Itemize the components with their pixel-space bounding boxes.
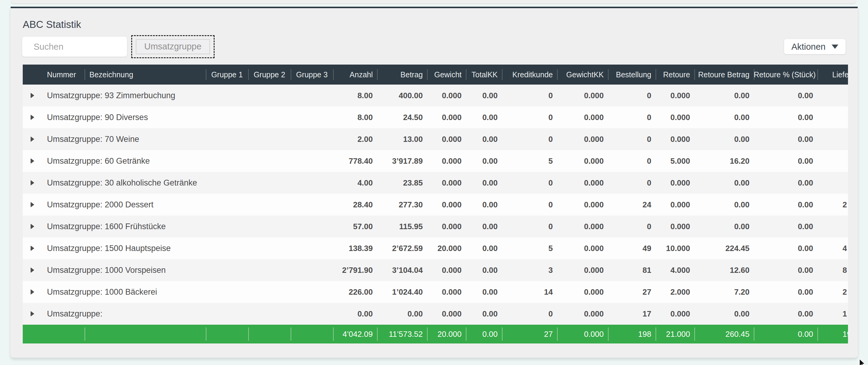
cell-betrag: 23.85 [377,172,427,194]
group-label: Umsatzgruppe: 60 Getränke [42,150,333,172]
cell-bestellung: 24 [608,194,655,216]
page: { "window": { "title": "ABC Statistik" }… [0,0,868,365]
totals-cell-anzahl: 4’042.09 [333,325,377,343]
cell-betrag: 2’672.59 [377,237,427,259]
cell-liefer_clipped [817,216,848,237]
expand-icon[interactable] [31,93,34,98]
cell-kreditkunde: 0 [502,216,557,237]
group-row[interactable]: Umsatzgruppe:0.000.000.0000.0000.000170.… [23,303,848,325]
expander-cell [23,85,42,107]
cell-totalkk: 0.00 [466,259,502,281]
cell-anzahl: 8.00 [333,107,377,128]
cell-retoure: 0.000 [655,194,694,216]
expand-icon[interactable] [31,246,34,251]
column-header-retoure_prozent[interactable]: Retoure % (Stück) [754,65,817,85]
column-header-nummer[interactable]: Nummer [42,65,85,85]
totals-cell-bestellung: 198 [608,325,655,343]
column-header-bezeichnung[interactable]: Bezeichnung [85,65,206,85]
totals-row: 4’042.0911’573.5220.0000.00270.00019821.… [23,325,848,343]
expander-cell [23,237,42,259]
group-row[interactable]: Umsatzgruppe: 1600 Frühstücke57.00115.95… [23,216,848,237]
cell-anzahl: 2’791.90 [333,259,377,281]
expand-icon[interactable] [31,115,34,120]
actions-button-label: Aktionen [791,42,826,52]
column-header-gewichtkk[interactable]: GewichtKK [557,65,608,85]
cell-gewicht: 0.000 [427,150,466,172]
cell-gewichtkk: 0.000 [557,259,608,281]
group-row[interactable]: Umsatzgruppe: 93 Zimmerbuchung8.00400.00… [23,85,848,107]
column-header-retoure[interactable]: Retoure [655,65,694,85]
cell-retoure_betrag: 0.00 [694,85,754,107]
expand-icon[interactable] [31,311,34,316]
cell-kreditkunde: 0 [502,172,557,194]
cell-retoure_prozent: 0.00 [754,237,817,259]
cell-retoure_prozent: 0.00 [754,216,817,237]
group-chip-umsatzgruppe[interactable]: Umsatzgruppe [136,39,210,54]
cell-retoure: 2.000 [655,281,694,303]
expand-icon[interactable] [31,180,34,185]
cell-kreditkunde: 3 [502,259,557,281]
cell-gewicht: 0.000 [427,216,466,237]
column-header-anzahl[interactable]: Anzahl [333,65,377,85]
expander-cell [23,150,42,172]
column-header-totalkk[interactable]: TotalKK [466,65,502,85]
cell-anzahl: 57.00 [333,216,377,237]
column-header-bestellung[interactable]: Bestellung [608,65,655,85]
column-header-kreditkunde[interactable]: Kreditkunde [502,65,557,85]
cell-retoure_betrag: 0.00 [694,303,754,325]
cell-totalkk: 0.00 [466,85,502,107]
expand-icon[interactable] [31,267,34,273]
cell-gewichtkk: 0.000 [557,150,608,172]
cell-betrag: 3’917.89 [377,150,427,172]
totals-cell-bezeichnung [85,325,206,343]
totals-cell-gewicht: 20.000 [427,325,466,343]
cell-retoure_betrag: 16.20 [694,150,754,172]
group-row[interactable]: Umsatzgruppe: 2000 Dessert28.40277.300.0… [23,194,848,216]
cell-gewicht: 0.000 [427,259,466,281]
cell-gewichtkk: 0.000 [557,216,608,237]
column-header-gruppe3[interactable]: Gruppe 3 [291,65,333,85]
cell-retoure_betrag: 0.00 [694,107,754,128]
search-input[interactable] [22,37,127,57]
cell-retoure_prozent: 0.00 [754,150,817,172]
totals-cell-gruppe3 [291,325,333,343]
group-row[interactable]: Umsatzgruppe: 1500 Hauptspeise138.392’67… [23,237,848,259]
table-header-row: NummerBezeichnungGruppe 1Gruppe 2Gruppe … [23,65,848,85]
cell-liefer_clipped: 4 [817,237,848,259]
group-row[interactable]: Umsatzgruppe: 90 Diverses8.0024.500.0000… [23,107,848,128]
column-header-gruppe2[interactable]: Gruppe 2 [248,65,291,85]
cell-liefer_clipped: 8 [817,259,848,281]
group-row[interactable]: Umsatzgruppe: 30 alkoholische Getränke4.… [23,172,848,194]
column-header-retoure_betrag[interactable]: Retoure Betrag [694,65,754,85]
totals-cell-retoure_prozent: 0.00 [754,325,817,343]
cell-anzahl: 226.00 [333,281,377,303]
cell-totalkk: 0.00 [466,172,502,194]
expand-icon[interactable] [31,136,34,142]
expand-icon[interactable] [31,224,34,229]
totals-cell-betrag: 11’573.52 [377,325,427,343]
cell-anzahl: 8.00 [333,85,377,107]
group-row[interactable]: Umsatzgruppe: 70 Weine2.0013.000.0000.00… [23,128,848,150]
group-row[interactable]: Umsatzgruppe: 60 Getränke778.403’917.890… [23,150,848,172]
cell-kreditkunde: 0 [502,194,557,216]
cell-gewichtkk: 0.000 [557,85,608,107]
expand-icon[interactable] [31,289,34,295]
cell-anzahl: 0.00 [333,303,377,325]
column-header-gruppe1[interactable]: Gruppe 1 [206,65,248,85]
column-header-liefer_clipped[interactable]: Liefer [817,65,848,85]
group-row[interactable]: Umsatzgruppe: 1000 Vorspeisen2’791.903’1… [23,259,848,281]
cell-totalkk: 0.00 [466,216,502,237]
expand-icon[interactable] [31,202,34,207]
actions-button[interactable]: Aktionen [784,39,845,54]
totals-cell-gewichtkk: 0.000 [557,325,608,343]
cell-gewicht: 0.000 [427,128,466,150]
expander-cell [23,172,42,194]
group-row[interactable]: Umsatzgruppe: 1000 Bäckerei226.001’024.4… [23,281,848,303]
cell-retoure_prozent: 0.00 [754,107,817,128]
column-header-expander [23,65,42,85]
column-header-betrag[interactable]: Betrag [377,65,427,85]
cell-retoure: 0.000 [655,85,694,107]
expand-icon[interactable] [31,158,34,164]
cell-retoure_betrag: 224.45 [694,237,754,259]
column-header-gewicht[interactable]: Gewicht [427,65,466,85]
